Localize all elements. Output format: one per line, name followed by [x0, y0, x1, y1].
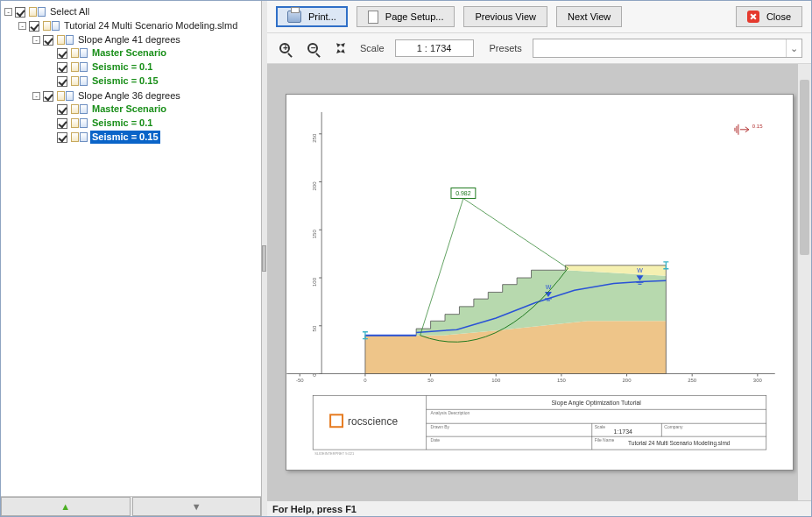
tree-item[interactable]: Master Scenario — [46, 46, 168, 60]
svg-text:1:1734: 1:1734 — [613, 428, 632, 435]
tree-label[interactable]: Seismic = 0.1 — [90, 117, 154, 130]
zoom-in-icon: + — [279, 43, 290, 53]
tree-label[interactable]: Seismic = 0.15 — [90, 74, 160, 88]
tree-file[interactable]: - Tutorial 24 Multi Scenario Modeling.sl… — [18, 19, 239, 32]
tree-label[interactable]: Slope Angle 41 degrees — [76, 33, 182, 46]
doc-icon — [71, 48, 79, 58]
expander-icon[interactable]: - — [32, 36, 40, 44]
print-icon — [287, 11, 301, 23]
zoom-out-icon: − — [307, 43, 318, 53]
doc-icon — [38, 7, 46, 17]
button-label: Next View — [568, 11, 611, 22]
doc-icon — [43, 21, 51, 31]
doc-icon — [66, 35, 74, 45]
tree-label[interactable]: Seismic = 0.15 — [90, 131, 160, 144]
svg-text:100: 100 — [312, 277, 317, 287]
scale-label: Scale — [360, 43, 385, 53]
scrollbar-thumb[interactable] — [800, 80, 809, 255]
svg-text:50: 50 — [312, 325, 317, 331]
svg-line-41 — [462, 198, 567, 268]
doc-icon — [80, 76, 88, 86]
presets-dropdown[interactable]: ⌄ — [533, 39, 802, 58]
svg-text:Company: Company — [664, 425, 683, 429]
doc-icon — [66, 91, 74, 101]
vertical-scrollbar[interactable] — [797, 64, 811, 500]
svg-rect-52 — [330, 414, 342, 427]
doc-icon — [80, 48, 88, 58]
svg-text:W: W — [637, 267, 643, 273]
doc-icon — [80, 118, 88, 128]
svg-text:250: 250 — [312, 133, 317, 143]
svg-text:300: 300 — [752, 378, 762, 383]
print-button[interactable]: Print... — [276, 6, 348, 27]
page-setup-button[interactable]: Page Setup... — [357, 6, 455, 27]
svg-text:0: 0 — [364, 378, 367, 383]
svg-text:Scale: Scale — [594, 425, 605, 429]
zoom-in-button[interactable]: + — [276, 39, 293, 57]
expander-icon[interactable]: - — [4, 8, 12, 16]
checkbox[interactable] — [15, 7, 25, 18]
tree-item[interactable]: Seismic = 0.1 — [46, 60, 154, 74]
expander-icon[interactable]: - — [18, 22, 26, 30]
svg-text:150: 150 — [556, 378, 566, 383]
page-icon — [368, 11, 378, 24]
tree-item[interactable]: Seismic = 0.15 — [46, 74, 160, 88]
checkbox[interactable] — [43, 35, 53, 46]
print-preview[interactable]: -50050100150200250300 050100150200250 WW… — [267, 64, 811, 500]
page-preview: -50050100150200250300 050100150200250 WW… — [286, 94, 794, 471]
tree-label[interactable]: Seismic = 0.1 — [90, 60, 154, 74]
svg-text:-50: -50 — [295, 378, 303, 383]
doc-icon — [57, 91, 65, 101]
checkbox[interactable] — [57, 62, 67, 73]
tree-label[interactable]: Select All — [48, 5, 91, 18]
doc-icon — [71, 118, 79, 128]
svg-text:rocscience: rocscience — [348, 415, 398, 428]
tree-group[interactable]: - Slope Angle 41 degrees — [32, 33, 182, 46]
svg-text:250: 250 — [688, 378, 697, 383]
slope-diagram: -50050100150200250300 050100150200250 WW… — [286, 95, 793, 470]
tree-item[interactable]: Master Scenario — [46, 103, 168, 116]
checkbox[interactable] — [29, 21, 39, 32]
tree-item[interactable]: Seismic = 0.1 — [46, 117, 154, 130]
move-down-button[interactable]: ▼ — [132, 497, 262, 516]
fit-icon: ▲▲▲▲ — [335, 42, 347, 54]
tree-root[interactable]: - Select All — [4, 5, 91, 18]
close-button[interactable]: Close — [736, 6, 802, 27]
chevron-down-icon[interactable]: ⌄ — [786, 39, 801, 57]
main-toolbar: Print... Page Setup... Previous View Nex… — [267, 1, 811, 33]
checkbox[interactable] — [43, 91, 53, 102]
tree-item[interactable]: Seismic = 0.15 — [46, 131, 160, 144]
move-up-button[interactable]: ▲ — [1, 497, 131, 516]
doc-icon — [71, 76, 79, 86]
zoom-out-button[interactable]: − — [304, 39, 321, 57]
scale-input[interactable]: 1 : 1734 — [395, 39, 474, 57]
svg-text:50: 50 — [427, 378, 434, 383]
chevron-down-icon: ▼ — [192, 501, 201, 512]
checkbox[interactable] — [57, 118, 67, 129]
zoom-extents-button[interactable]: ▲▲▲▲ — [332, 39, 350, 57]
checkbox[interactable] — [57, 76, 67, 87]
checkbox[interactable] — [57, 132, 67, 143]
svg-text:200: 200 — [312, 181, 317, 191]
tree-label[interactable]: Slope Angle 36 degrees — [76, 89, 182, 103]
next-view-button[interactable]: Next View — [556, 6, 622, 27]
expander-icon[interactable]: - — [32, 92, 40, 100]
doc-icon — [80, 132, 88, 142]
tree-label[interactable]: Master Scenario — [90, 46, 168, 60]
tree-group[interactable]: - Slope Angle 36 degrees — [32, 89, 182, 103]
checkbox[interactable] — [57, 104, 67, 115]
scenario-tree[interactable]: - Select All - Tutorial 24 Multi Scenari… — [1, 1, 261, 496]
button-label: Page Setup... — [385, 11, 444, 22]
checkbox[interactable] — [57, 48, 67, 59]
svg-text:100: 100 — [491, 378, 501, 383]
svg-text:0.15: 0.15 — [752, 124, 762, 129]
previous-view-button[interactable]: Previous View — [463, 6, 547, 27]
svg-text:0.982: 0.982 — [455, 190, 471, 196]
svg-text:Date: Date — [430, 438, 440, 443]
tree-label[interactable]: Tutorial 24 Multi Scenario Modeling.slmd — [62, 19, 239, 32]
doc-icon — [29, 7, 37, 17]
svg-text:Tutorial 24 Multi Scenario Mod: Tutorial 24 Multi Scenario Modeling.slmd — [628, 440, 731, 447]
tree-label[interactable]: Master Scenario — [90, 103, 168, 116]
doc-icon — [71, 132, 79, 142]
splitter-grip-icon[interactable] — [262, 245, 266, 272]
